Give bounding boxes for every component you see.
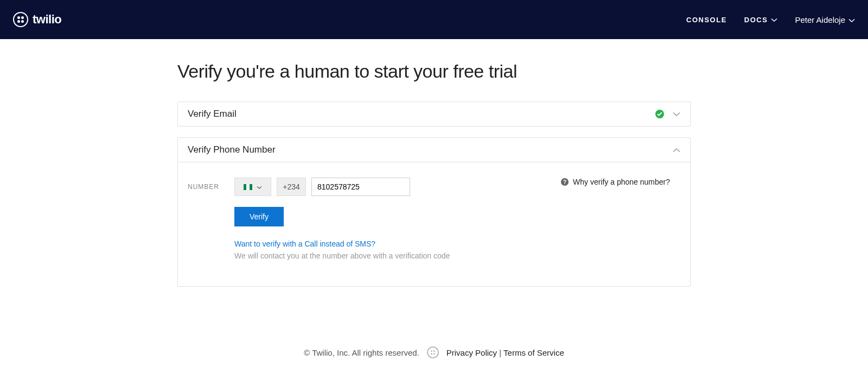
- header: twilio CONSOLE DOCS Peter Aideloje: [0, 0, 868, 39]
- footer: © Twilio, Inc. All rights reserved. Priv…: [0, 330, 868, 366]
- why-verify-link[interactable]: ? Why verify a phone number?: [561, 178, 680, 186]
- chevron-down-icon: [673, 109, 680, 119]
- check-icon: [655, 110, 664, 118]
- verify-phone-panel: Verify Phone Number NUMBER: [177, 137, 691, 287]
- footer-links: Privacy Policy | Terms of Service: [446, 348, 564, 357]
- phone-input[interactable]: [311, 178, 410, 196]
- why-verify-label: Why verify a phone number?: [573, 178, 670, 186]
- verify-call-link[interactable]: Want to verify with a Call instead of SM…: [234, 239, 528, 248]
- twilio-logo-icon: [427, 346, 439, 358]
- help-text: We will contact you at the number above …: [234, 251, 528, 260]
- brand-name: twilio: [33, 12, 61, 27]
- user-name-label: Peter Aideloje: [795, 15, 845, 24]
- chevron-down-icon: [257, 182, 262, 192]
- verify-phone-title: Verify Phone Number: [188, 144, 276, 155]
- nav-docs[interactable]: DOCS: [744, 16, 778, 24]
- chevron-down-icon: [848, 15, 855, 24]
- flag-icon: [244, 184, 252, 190]
- form-section: NUMBER +234: [188, 178, 528, 260]
- number-label: NUMBER: [188, 183, 221, 191]
- verify-email-header[interactable]: Verify Email: [178, 102, 690, 126]
- nav-console-label: CONSOLE: [686, 16, 727, 24]
- question-icon: ?: [561, 178, 569, 186]
- number-row: NUMBER +234: [188, 178, 528, 196]
- verify-phone-body: NUMBER +234: [178, 162, 690, 286]
- nav-console[interactable]: CONSOLE: [686, 16, 727, 24]
- info-section: ? Why verify a phone number?: [561, 178, 680, 260]
- copyright: © Twilio, Inc. All rights reserved.: [304, 348, 419, 357]
- country-select[interactable]: [234, 178, 271, 196]
- verify-phone-header[interactable]: Verify Phone Number: [178, 138, 690, 162]
- verify-email-title: Verify Email: [188, 109, 237, 119]
- chevron-up-icon: [673, 145, 680, 155]
- chevron-down-icon: [771, 16, 777, 24]
- verify-email-panel: Verify Email: [177, 102, 691, 127]
- nav-docs-label: DOCS: [744, 16, 768, 24]
- country-code: +234: [277, 178, 306, 196]
- logo[interactable]: twilio: [13, 12, 61, 27]
- verify-button[interactable]: Verify: [234, 207, 284, 226]
- twilio-logo-icon: [13, 12, 28, 27]
- page-title: Verify you're a human to start your free…: [177, 61, 691, 82]
- nav-right: CONSOLE DOCS Peter Aideloje: [686, 15, 855, 24]
- phone-inputs: +234: [234, 178, 410, 196]
- privacy-link[interactable]: Privacy Policy: [446, 348, 497, 357]
- terms-link[interactable]: Terms of Service: [503, 348, 564, 357]
- user-menu[interactable]: Peter Aideloje: [795, 15, 855, 24]
- main-content: Verify you're a human to start your free…: [177, 39, 691, 330]
